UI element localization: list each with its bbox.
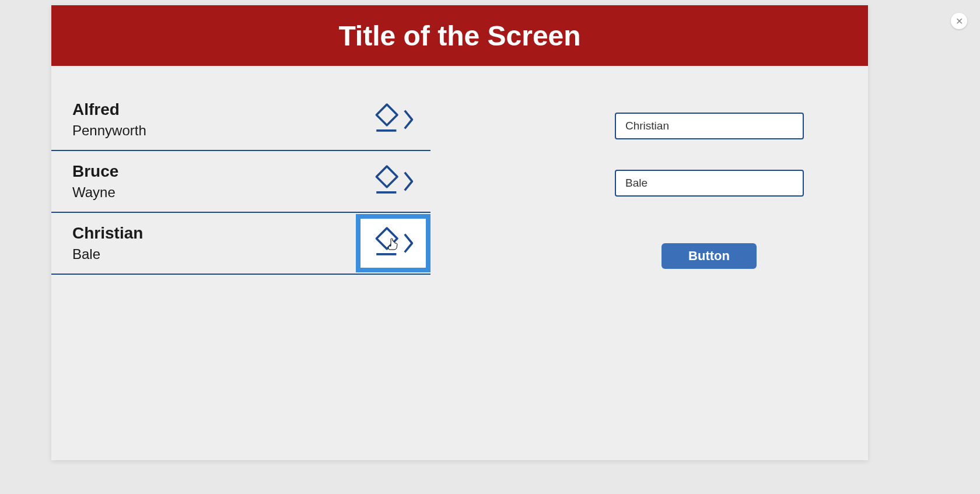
list-item-text: Bruce Wayne <box>72 162 356 201</box>
list-item[interactable]: Alfred Pennyworth <box>51 89 430 151</box>
erase-action-button[interactable] <box>356 90 430 149</box>
svg-rect-0 <box>376 104 397 125</box>
list-item-last-name: Pennyworth <box>72 122 356 139</box>
close-icon: ✕ <box>956 16 963 27</box>
close-button[interactable]: ✕ <box>951 13 967 29</box>
list-item-first-name: Bruce <box>72 162 356 181</box>
erase-action-button[interactable] <box>356 152 430 211</box>
first-name-input[interactable] <box>615 113 804 139</box>
list-item-text: Alfred Pennyworth <box>72 100 356 139</box>
content-area: Alfred Pennyworth Bruce Wa <box>51 66 868 275</box>
eraser-chevron-icon <box>367 99 419 140</box>
form-panel: Button <box>430 89 780 275</box>
list-panel: Alfred Pennyworth Bruce Wa <box>51 89 430 275</box>
list-item[interactable]: Bruce Wayne <box>51 151 430 213</box>
list-item-first-name: Christian <box>72 224 356 243</box>
list-item[interactable]: Christian Bale <box>51 213 430 275</box>
list-item-text: Christian Bale <box>72 224 356 262</box>
last-name-input[interactable] <box>615 170 804 197</box>
list-item-last-name: Bale <box>72 246 356 262</box>
submit-button[interactable]: Button <box>662 243 757 269</box>
list-item-first-name: Alfred <box>72 100 356 119</box>
eraser-chevron-icon <box>367 161 419 202</box>
erase-action-button[interactable] <box>356 214 430 272</box>
modal-header: Title of the Screen <box>51 5 868 66</box>
svg-rect-2 <box>376 166 397 187</box>
modal-container: Title of the Screen Alfred Pennyworth <box>51 5 868 460</box>
svg-rect-4 <box>376 228 397 249</box>
eraser-chevron-icon <box>367 223 419 264</box>
page-title: Title of the Screen <box>338 20 580 52</box>
list-item-last-name: Wayne <box>72 184 356 201</box>
